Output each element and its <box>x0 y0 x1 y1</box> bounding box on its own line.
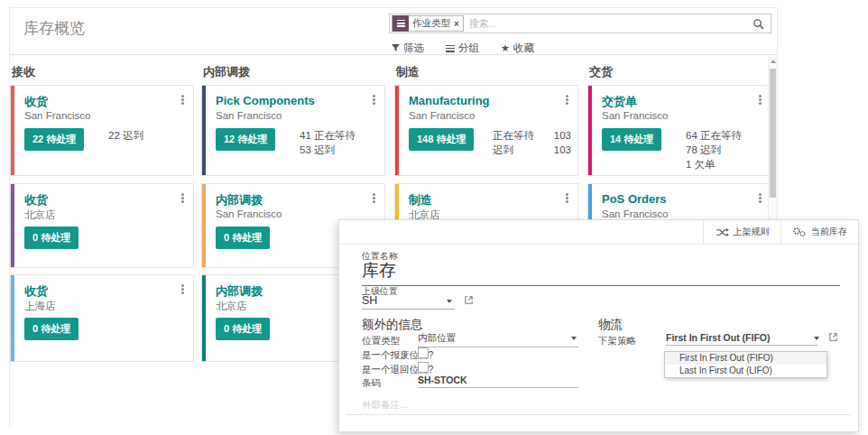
location-form-dialog: 上架规则 当前库存 位置名称 库存 上级位置 SH 额外的信息 位置类型 内部位… <box>338 219 859 432</box>
stat-late[interactable]: 22 迟到 <box>108 128 143 143</box>
card-color-stripe <box>202 275 206 361</box>
location-type-select[interactable]: 内部位置 <box>418 332 578 347</box>
card-title[interactable]: 制造 <box>409 192 432 208</box>
todo-count-button[interactable]: 148 待处理 <box>409 128 474 151</box>
kebab-menu-icon[interactable] <box>373 95 375 97</box>
todo-count-button[interactable]: 0 待处理 <box>216 227 270 249</box>
stat-late-value[interactable]: 103 <box>554 143 571 157</box>
card-color-stripe <box>11 86 14 175</box>
card-location: 北京店 <box>24 208 56 222</box>
column-title-delivery: 交货 <box>589 64 613 80</box>
form-sheet: 位置名称 库存 上级位置 SH 额外的信息 位置类型 内部位置 是一个报废位置?… <box>339 245 858 431</box>
gears-icon <box>792 227 807 237</box>
removal-strategy-dropdown: First In First Out (FIFO) Last In First … <box>664 351 827 378</box>
dropdown-option-fifo[interactable]: First In First Out (FIFO) <box>665 352 826 365</box>
card-color-stripe <box>11 184 14 267</box>
shuffle-icon <box>716 227 729 237</box>
extra-info-section-title: 额外的信息 <box>362 317 423 333</box>
facet-label: 作业类型 <box>409 17 454 30</box>
kanban-card-manufacturing-sf[interactable]: Manufacturing San Francisco 148 待处理 正在等待… <box>394 85 578 176</box>
external-link-icon[interactable] <box>828 332 838 342</box>
stat-waiting[interactable]: 64 正在等待 <box>686 128 742 143</box>
kebab-menu-icon[interactable] <box>566 95 568 97</box>
stat-backorder[interactable]: 1 欠单 <box>686 157 742 171</box>
card-color-stripe <box>11 275 14 361</box>
card-title[interactable]: PoS Orders <box>602 192 667 206</box>
column-title-manufacturing: 制造 <box>396 64 420 80</box>
search-facet[interactable]: 作业类型 × <box>392 15 464 32</box>
facet-remove-icon[interactable]: × <box>454 19 463 29</box>
kanban-card-receipts-shanghai[interactable]: 收货 上海店 0 待处理 <box>10 274 194 362</box>
todo-count-button[interactable]: 0 待处理 <box>24 227 78 249</box>
card-title[interactable]: 内部调拨 <box>216 192 263 208</box>
todo-count-button[interactable]: 22 待处理 <box>24 128 84 151</box>
funnel-icon <box>392 44 400 52</box>
search-options: 筛选 分组 ★ 收藏 <box>392 42 534 55</box>
removal-strategy-select[interactable]: First In First Out (FIFO) <box>666 332 817 346</box>
card-location: San Francisco <box>409 110 476 121</box>
favorites-button[interactable]: ★ 收藏 <box>501 42 534 55</box>
kebab-menu-icon[interactable] <box>181 95 184 97</box>
card-color-stripe <box>588 86 592 175</box>
kebab-menu-icon[interactable] <box>759 193 762 196</box>
group-by-icon <box>446 45 455 52</box>
card-location: 北京店 <box>216 300 247 313</box>
stat-late[interactable]: 78 迟到 <box>686 143 742 157</box>
stat-waiting-label[interactable]: 正在等待 <box>493 128 534 143</box>
card-title[interactable]: 收货 <box>24 94 48 110</box>
card-title[interactable]: 内部调拨 <box>216 283 263 300</box>
card-color-stripe <box>395 86 399 175</box>
kanban-card-pick-components[interactable]: Pick Components San Francisco 12 待处理 41 … <box>201 85 385 176</box>
location-name-input[interactable]: 库存 <box>362 259 840 286</box>
scrollbar-thumb[interactable] <box>770 69 776 198</box>
card-location: San Francisco <box>216 208 282 219</box>
card-stats: 正在等待 103 迟到 103 <box>493 128 571 157</box>
chevron-down-icon[interactable] <box>814 337 819 340</box>
barcode-label: 条码 <box>362 377 381 390</box>
group-by-button[interactable]: 分组 <box>446 42 479 55</box>
search-icon[interactable] <box>753 18 764 30</box>
barcode-input[interactable]: SH-STOCK <box>418 375 578 388</box>
kanban-card-delivery-orders[interactable]: 交货单 San Francisco 14 待处理 64 正在等待 78 迟到 1… <box>587 85 771 176</box>
kanban-card-receipts-sf[interactable]: 收货 San Francisco 22 待处理 22 迟到 <box>10 85 194 176</box>
todo-count-button[interactable]: 0 待处理 <box>24 318 78 340</box>
kanban-card-receipts-beijing[interactable]: 收货 北京店 0 待处理 <box>10 183 194 268</box>
current-stock-button[interactable]: 当前库存 <box>780 220 858 244</box>
column-title-internal: 内部调拨 <box>203 64 250 80</box>
search-input[interactable] <box>464 18 753 29</box>
todo-count-button[interactable]: 0 待处理 <box>216 318 270 340</box>
putaway-rules-button[interactable]: 上架规则 <box>703 220 780 244</box>
chevron-down-icon[interactable] <box>571 337 577 340</box>
sheet-divider <box>346 414 851 415</box>
parent-location-input[interactable]: SH <box>362 294 455 310</box>
dropdown-option-lifo[interactable]: Last In First Out (LIFO) <box>665 365 826 377</box>
is-scrap-location-checkbox[interactable] <box>418 347 429 358</box>
card-title[interactable]: 收货 <box>24 192 48 208</box>
stat-late-label[interactable]: 迟到 <box>493 143 513 157</box>
todo-count-button[interactable]: 12 待处理 <box>216 128 275 151</box>
external-link-icon[interactable] <box>464 295 474 305</box>
scroll-up-icon[interactable] <box>771 60 776 63</box>
stat-waiting-value[interactable]: 103 <box>554 128 571 143</box>
kebab-menu-icon[interactable] <box>566 193 568 196</box>
group-by-label: 分组 <box>458 42 479 55</box>
kebab-menu-icon[interactable] <box>181 193 184 196</box>
stat-waiting[interactable]: 41 正在等待 <box>300 128 356 143</box>
kebab-menu-icon[interactable] <box>373 193 375 196</box>
card-title[interactable]: Manufacturing <box>409 94 490 107</box>
chevron-down-icon[interactable] <box>447 300 452 303</box>
card-title[interactable]: Pick Components <box>216 94 315 107</box>
search-bar[interactable]: 作业类型 × <box>389 14 771 33</box>
card-location: San Francisco <box>602 208 669 219</box>
card-title[interactable]: 收货 <box>24 283 48 300</box>
location-type-label: 位置类型 <box>362 335 400 347</box>
stat-late[interactable]: 53 迟到 <box>300 143 356 157</box>
external-notes-input[interactable]: 外部备注... <box>362 399 408 412</box>
todo-count-button[interactable]: 14 待处理 <box>602 128 661 151</box>
is-return-location-checkbox[interactable] <box>418 362 429 373</box>
card-title[interactable]: 交货单 <box>602 94 637 110</box>
kebab-menu-icon[interactable] <box>181 284 184 287</box>
filters-label: 筛选 <box>403 42 424 55</box>
kebab-menu-icon[interactable] <box>759 95 762 97</box>
filters-button[interactable]: 筛选 <box>392 42 424 55</box>
